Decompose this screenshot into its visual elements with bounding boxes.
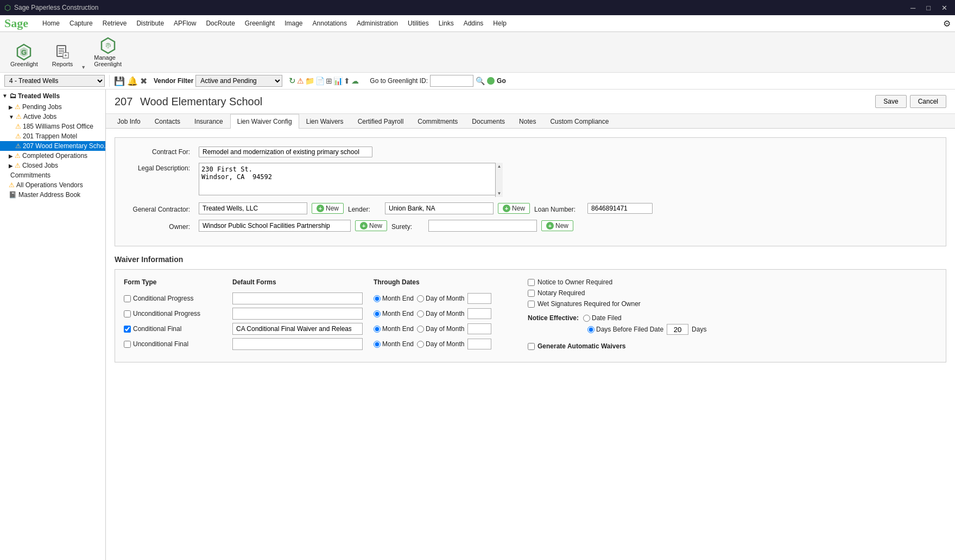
menu-retrieve[interactable]: Retrieve bbox=[98, 18, 131, 29]
uncond-progress-month-end-radio[interactable] bbox=[374, 310, 381, 317]
uncond-final-dom-radio[interactable] bbox=[417, 341, 424, 348]
cancel-icon[interactable]: ✖ bbox=[140, 76, 147, 86]
grid-icon[interactable]: ⊞ bbox=[326, 77, 332, 85]
owner-select[interactable]: Windsor Public School Facilities Partner… bbox=[199, 220, 351, 232]
sidebar-item-trappen[interactable]: ⚠ 201 Trappen Motel bbox=[0, 131, 105, 141]
cond-progress-day-input[interactable] bbox=[467, 293, 491, 304]
uncond-final-day-input[interactable] bbox=[467, 339, 491, 349]
menu-links[interactable]: Links bbox=[434, 18, 458, 29]
sidebar-item-all-vendors[interactable]: ⚠ All Operations Vendors bbox=[0, 180, 105, 190]
uncond-progress-dom-radio[interactable] bbox=[417, 310, 424, 317]
tab-lien-waivers[interactable]: Lien Waivers bbox=[299, 114, 351, 129]
menu-home[interactable]: Home bbox=[38, 18, 64, 29]
date-filed-radio[interactable] bbox=[583, 315, 590, 322]
lender-select[interactable]: Union Bank, NA bbox=[385, 202, 494, 214]
manage-greenlight-button[interactable]: GL ManageGreenlight bbox=[88, 34, 128, 70]
sidebar-item-williams[interactable]: ⚠ 185 Williams Post Office bbox=[0, 122, 105, 131]
vendor-filter-select[interactable]: Active and Pending bbox=[195, 75, 282, 87]
auto-waiver-check[interactable] bbox=[528, 343, 535, 350]
new-owner-button[interactable]: + New bbox=[355, 220, 387, 231]
sidebar-item-master-address[interactable]: 📓 Master Address Book bbox=[0, 190, 105, 200]
tab-notes[interactable]: Notes bbox=[512, 114, 543, 129]
cond-final-check[interactable] bbox=[124, 326, 131, 333]
tab-lien-waiver-config[interactable]: Lien Waiver Config bbox=[230, 114, 299, 129]
table-icon[interactable]: 📊 bbox=[333, 77, 343, 85]
tab-commitments[interactable]: Commitments bbox=[410, 114, 465, 129]
cond-final-month-end-radio[interactable] bbox=[374, 326, 381, 333]
vault-selector[interactable]: 4 - Treated Wells bbox=[4, 75, 105, 87]
surety-select[interactable] bbox=[428, 220, 537, 232]
uncond-progress-day-input[interactable] bbox=[467, 308, 491, 319]
cloud-icon[interactable]: ☁ bbox=[351, 77, 359, 85]
go-button[interactable]: Go bbox=[497, 77, 506, 85]
doc-icon[interactable]: 📄 bbox=[315, 77, 325, 85]
tab-insurance[interactable]: Insurance bbox=[187, 114, 230, 129]
menu-image[interactable]: Image bbox=[280, 18, 307, 29]
menu-capture[interactable]: Capture bbox=[65, 18, 97, 29]
textarea-scrollbar[interactable]: ▲ ▼ bbox=[495, 163, 503, 197]
wet-signatures-check[interactable] bbox=[528, 301, 535, 308]
close-button[interactable]: ✕ bbox=[938, 4, 951, 12]
gc-select[interactable]: Treated Wells, LLC bbox=[199, 202, 307, 214]
upload-icon[interactable]: ⬆ bbox=[344, 77, 350, 85]
legal-description-input[interactable]: 230 First St. Windsor, CA 94592 bbox=[199, 163, 503, 195]
refresh-icon[interactable]: ↻ bbox=[289, 76, 296, 86]
tab-documents[interactable]: Documents bbox=[465, 114, 512, 129]
minimize-button[interactable]: ─ bbox=[907, 4, 919, 12]
gear-icon[interactable]: ⚙ bbox=[943, 18, 951, 29]
days-input[interactable] bbox=[667, 324, 688, 335]
tab-contacts[interactable]: Contacts bbox=[148, 114, 187, 129]
greenlight-button[interactable]: G Greenlight bbox=[4, 41, 44, 70]
days-before-radio[interactable] bbox=[587, 326, 594, 333]
sidebar-item-wood[interactable]: ⚠ 207 Wood Elementary Scho... bbox=[0, 141, 105, 151]
uncond-final-default-select[interactable] bbox=[232, 338, 363, 350]
save-icon[interactable]: 💾 bbox=[114, 76, 125, 86]
sidebar-item-completed[interactable]: ▶ ⚠ Completed Operations bbox=[0, 151, 105, 161]
sidebar-item-active-jobs[interactable]: ▼ ⚠ Active Jobs bbox=[0, 112, 105, 122]
tab-certified-payroll[interactable]: Certified Payroll bbox=[351, 114, 411, 129]
new-lender-button[interactable]: + New bbox=[498, 203, 530, 214]
menu-administration[interactable]: Administration bbox=[352, 18, 402, 29]
search-icon[interactable]: 🔍 bbox=[476, 77, 485, 85]
new-surety-button[interactable]: + New bbox=[541, 220, 573, 231]
sidebar-item-closed[interactable]: ▶ ⚠ Closed Jobs bbox=[0, 161, 105, 170]
contract-for-input[interactable] bbox=[199, 147, 372, 157]
menu-greenlight[interactable]: Greenlight bbox=[241, 18, 279, 29]
loan-number-input[interactable] bbox=[587, 203, 653, 214]
sidebar-item-commitments[interactable]: Commitments bbox=[0, 170, 105, 180]
menu-addins[interactable]: Addins bbox=[459, 18, 488, 29]
notary-required-check[interactable] bbox=[528, 290, 535, 297]
save-button[interactable]: Save bbox=[875, 95, 906, 108]
folder-icon[interactable]: 📁 bbox=[305, 77, 314, 85]
warning-icon[interactable]: ⚠ bbox=[297, 77, 304, 85]
cancel-button[interactable]: Cancel bbox=[910, 95, 946, 108]
cond-final-default-select[interactable]: CA Conditional Final Waiver and Release bbox=[232, 323, 363, 335]
reports-dropdown-arrow[interactable]: ▼ bbox=[81, 65, 86, 70]
uncond-final-month-end-radio[interactable] bbox=[374, 341, 381, 348]
cond-progress-month-end-radio[interactable] bbox=[374, 295, 381, 302]
menu-distribute[interactable]: Distribute bbox=[132, 18, 168, 29]
new-gc-button[interactable]: + New bbox=[312, 203, 344, 214]
menu-docroute[interactable]: DocRoute bbox=[201, 18, 239, 29]
cond-final-day-input[interactable] bbox=[467, 323, 491, 334]
menu-help[interactable]: Help bbox=[489, 18, 511, 29]
maximize-button[interactable]: □ bbox=[923, 4, 934, 12]
goto-input[interactable] bbox=[430, 75, 473, 87]
alert-icon[interactable]: 🔔 bbox=[127, 76, 138, 86]
reports-button[interactable]: Reports bbox=[46, 41, 79, 70]
uncond-final-check[interactable] bbox=[124, 341, 131, 348]
menu-apflow[interactable]: APFlow bbox=[169, 18, 200, 29]
tab-custom-compliance[interactable]: Custom Compliance bbox=[543, 114, 616, 129]
cond-progress-dom-radio[interactable] bbox=[417, 295, 424, 302]
notice-to-owner-check[interactable] bbox=[528, 279, 535, 286]
menu-annotations[interactable]: Annotations bbox=[308, 18, 351, 29]
tab-job-info[interactable]: Job Info bbox=[110, 114, 148, 129]
uncond-progress-check[interactable] bbox=[124, 310, 131, 317]
cond-progress-check[interactable] bbox=[124, 295, 131, 302]
cond-final-dom-radio[interactable] bbox=[417, 326, 424, 333]
sidebar-root[interactable]: ▼ 🗂 Treated Wells bbox=[0, 90, 105, 102]
cond-progress-default-select[interactable] bbox=[232, 292, 363, 304]
menu-utilities[interactable]: Utilities bbox=[403, 18, 433, 29]
uncond-progress-default-select[interactable] bbox=[232, 308, 363, 320]
sidebar-item-pending-jobs[interactable]: ▶ ⚠ Pending Jobs bbox=[0, 102, 105, 112]
